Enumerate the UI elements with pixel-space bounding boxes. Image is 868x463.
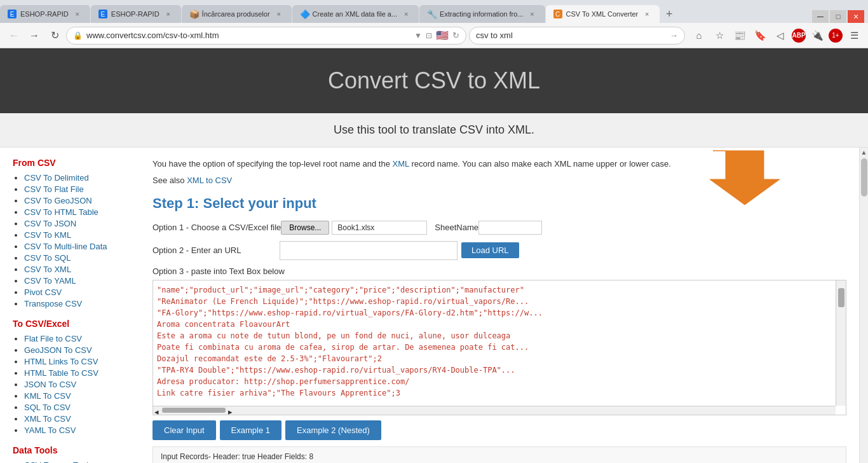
tab-6-close[interactable]: × <box>642 9 652 19</box>
subtitle-text: Use this tool to translate CSV into XML. <box>334 123 534 136</box>
list-item: JSON To CSV <box>24 380 127 389</box>
tab-4-close[interactable]: × <box>401 9 411 19</box>
url-input[interactable] <box>86 31 410 40</box>
list-item: KML To CSV <box>24 391 127 401</box>
load-url-button[interactable]: Load URL <box>461 242 519 258</box>
reload-button[interactable]: ↻ <box>46 27 64 45</box>
reader-icon[interactable]: 📰 <box>731 27 749 45</box>
html-table-to-csv-link[interactable]: HTML Table To CSV <box>24 368 98 378</box>
forward-button[interactable]: → <box>25 27 43 45</box>
tab-3-close[interactable]: × <box>274 9 284 19</box>
tab-2-close[interactable]: × <box>163 9 173 19</box>
csv-to-multiline-link[interactable]: CSV To Multi-line Data <box>24 242 107 251</box>
kml-to-csv-link[interactable]: KML To CSV <box>24 391 71 401</box>
new-tab-button[interactable]: + <box>660 5 678 23</box>
list-item: CSV To Delimited <box>24 173 127 183</box>
tab-3[interactable]: 📦 Încărcarea produselor × <box>182 5 292 23</box>
example1-button[interactable]: Example 1 <box>220 420 281 440</box>
json-to-csv-link[interactable]: JSON To CSV <box>24 380 76 389</box>
sql-to-csv-link[interactable]: SQL To CSV <box>24 403 71 412</box>
tab-4[interactable]: 🔷 Create an XML data file a... × <box>292 5 419 23</box>
xml-to-csv-link[interactable]: XML to CSV <box>187 176 232 185</box>
home-icon[interactable]: ⌂ <box>690 27 708 45</box>
list-item: CSV To GeoJSON <box>24 196 127 205</box>
horizontal-scrollbar[interactable]: ◂ ▸ <box>153 406 836 415</box>
xml-link[interactable]: XML <box>393 159 409 169</box>
search-icon[interactable]: → <box>670 31 678 40</box>
list-item: Pivot CSV <box>24 287 127 297</box>
intro-text-prefix: You have the option of specifying the to… <box>153 159 393 169</box>
tab-2[interactable]: E ESHOP-RAPID × <box>91 5 181 23</box>
close-button[interactable]: × <box>848 10 864 23</box>
flat-to-csv-link[interactable]: Flat File to CSV <box>24 334 82 343</box>
back-arrow-icon[interactable]: ◁ <box>771 27 789 45</box>
tab-1-label: ESHOP-RAPID <box>20 10 69 18</box>
lock-icon: 🔒 <box>73 31 83 40</box>
page-header: Convert CSV to XML <box>0 48 868 113</box>
tab-1-favicon: E <box>8 10 17 18</box>
option1-row: Option 1 - Choose a CSV/Excel file Brows… <box>153 221 846 235</box>
page-body: From CSV CSV To Delimited CSV To Flat Fi… <box>0 148 868 463</box>
url-dropdown-icon[interactable]: ▼ <box>414 31 422 40</box>
browse-button[interactable]: Browse... <box>281 221 329 235</box>
to-csv-title: To CSV/Excel <box>13 319 127 329</box>
list-item: CSV To KML <box>24 230 127 240</box>
page-title: Convert CSV to XML <box>0 67 868 94</box>
arrow-decoration <box>707 144 783 208</box>
url-text-input[interactable] <box>280 241 458 260</box>
clear-input-button[interactable]: Clear Input <box>153 420 216 440</box>
option2-row: Option 2 - Enter an URL Load URL <box>153 241 846 260</box>
vertical-scrollbar-thumb <box>838 288 844 307</box>
csv-escape-link[interactable]: CSV Escape Tool <box>24 460 88 463</box>
vertical-scrollbar[interactable] <box>836 280 846 406</box>
pivot-csv-link[interactable]: Pivot CSV <box>24 287 62 297</box>
option1-label: Option 1 - Choose a CSV/Excel file <box>153 223 281 232</box>
url-refresh-icon[interactable]: ↻ <box>452 31 459 40</box>
tab-6[interactable]: C CSV To XML Converter × <box>546 5 660 23</box>
scroll-up-icon[interactable]: ▲ <box>861 149 867 156</box>
transpose-csv-link[interactable]: Transpose CSV <box>24 299 82 308</box>
scroll-right-icon[interactable]: ▸ <box>228 407 233 413</box>
sheet-name-input[interactable] <box>478 221 542 235</box>
yaml-to-csv-link[interactable]: YAML To CSV <box>24 425 76 435</box>
csv-to-delimited-link[interactable]: CSV To Delimited <box>24 173 89 183</box>
xml-to-csv-link[interactable]: XML To CSV <box>24 414 71 424</box>
horizontal-scrollbar-thumb <box>162 408 226 413</box>
example2-button[interactable]: Example 2 (Nested) <box>285 420 381 440</box>
tab-1-close[interactable]: × <box>72 9 83 19</box>
url-bar[interactable]: 🔒 ▼ ⊡ 🇺🇸 ↻ <box>66 27 466 45</box>
flag-icon: 🇺🇸 <box>436 29 449 41</box>
search-bar[interactable]: → <box>469 27 685 45</box>
csv-to-kml-link[interactable]: CSV To KML <box>24 230 71 240</box>
abp-icon[interactable]: ABP <box>792 29 806 43</box>
geojson-to-csv-link[interactable]: GeoJSON To CSV <box>24 345 92 355</box>
minimize-button[interactable]: ─ <box>812 10 829 23</box>
star-icon[interactable]: ☆ <box>710 27 728 45</box>
ext-icon-2[interactable]: 1+ <box>829 29 843 43</box>
ext-icon-1[interactable]: 🔌 <box>808 27 826 45</box>
list-item: HTML Table To CSV <box>24 368 127 378</box>
list-item: CSV To HTML Table <box>24 207 127 217</box>
tab-1[interactable]: E ESHOP-RAPID × <box>0 5 90 23</box>
back-button[interactable]: ← <box>5 27 23 45</box>
csv-to-json-link[interactable]: CSV To JSON <box>24 219 76 228</box>
maximize-button[interactable]: □ <box>830 10 846 23</box>
csv-to-html-link[interactable]: CSV To HTML Table <box>24 207 98 217</box>
html-links-to-csv-link[interactable]: HTML Links To CSV <box>24 357 98 366</box>
tab-5[interactable]: 🔧 Extracting information fro... × <box>419 5 545 23</box>
csv-to-xml-link[interactable]: CSV To XML <box>24 265 71 274</box>
search-input[interactable] <box>476 31 666 40</box>
bookmark-icon[interactable]: 🔖 <box>751 27 769 45</box>
csv-to-yaml-link[interactable]: CSV To YAML <box>24 276 76 286</box>
info-bar: Input Records- Header: true Header Field… <box>153 446 846 464</box>
page-scrollbar[interactable]: ▲ ▼ <box>859 148 868 463</box>
csv-to-geojson-link[interactable]: CSV To GeoJSON <box>24 196 92 205</box>
csv-to-flat-link[interactable]: CSV To Flat File <box>24 184 84 194</box>
settings-icon[interactable]: ☰ <box>845 27 863 45</box>
scroll-left-icon[interactable]: ◂ <box>154 407 159 413</box>
csv-textarea[interactable]: "name";"product_url";"image_url";"catego… <box>153 280 846 413</box>
list-item: YAML To CSV <box>24 425 127 435</box>
csv-to-sql-link[interactable]: CSV To SQL <box>24 253 71 263</box>
tab-5-close[interactable]: × <box>527 9 538 19</box>
tab-5-favicon: 🔧 <box>427 10 436 18</box>
